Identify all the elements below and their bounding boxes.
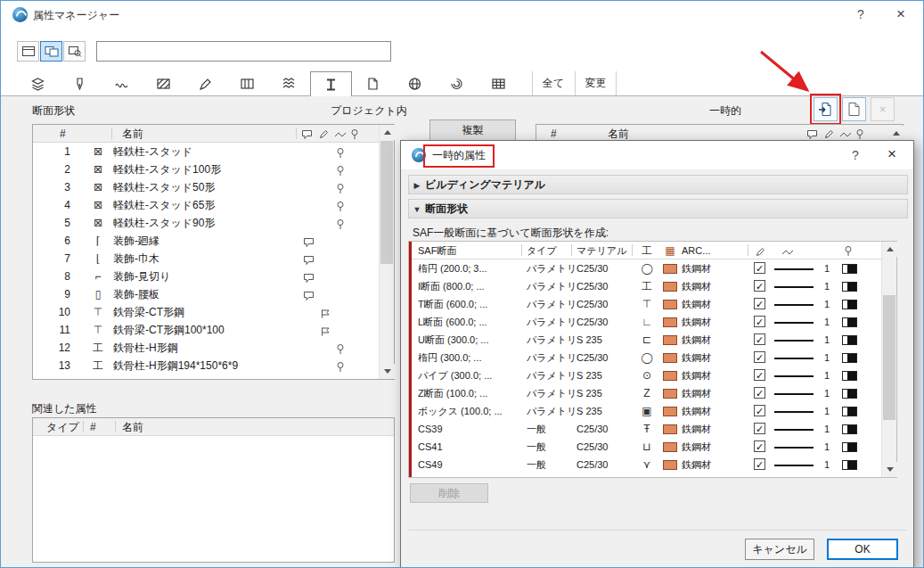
- checkbox[interactable]: [754, 333, 765, 345]
- scroll-thumb[interactable]: [380, 141, 393, 264]
- archicad-material: 鉄鋼材: [682, 295, 744, 313]
- new-file-button[interactable]: [842, 97, 866, 121]
- saf-section-row[interactable]: ボックス (100.0; ...パラメトリックS 235▣鉄鋼材1: [409, 402, 896, 420]
- saf-section-row[interactable]: I断面 (800.0; ...パラメトリックC25/30工鉄鋼材1: [409, 277, 896, 295]
- saf-section-row[interactable]: CS39一般C25/30Ŧ鉄鋼材1: [409, 420, 896, 438]
- left-list-scrollbar[interactable]: [379, 125, 394, 379]
- archicad-logo-icon: [12, 7, 28, 22]
- linetype-preview: [774, 447, 814, 449]
- scroll-up-button[interactable]: [380, 125, 395, 140]
- scroll-down-button[interactable]: [882, 462, 897, 477]
- tab-pencil[interactable]: [184, 71, 226, 95]
- tab-surfaces[interactable]: [394, 71, 436, 95]
- scroll-down-button[interactable]: [380, 364, 395, 379]
- tab-line-types[interactable]: [101, 71, 143, 95]
- scroll-up-button[interactable]: [882, 242, 897, 257]
- profile-row[interactable]: 4⊠軽鉄柱-スタッド65形: [33, 196, 394, 214]
- tab-building-materials[interactable]: [478, 71, 519, 95]
- help-button[interactable]: ?: [857, 7, 864, 21]
- profile-row[interactable]: 7⌊装飾-巾木: [33, 250, 394, 268]
- archicad-material: 鉄鋼材: [682, 259, 744, 277]
- saf-type: パラメトリック: [527, 331, 576, 349]
- checkbox[interactable]: [754, 405, 765, 416]
- profile-row[interactable]: 3⊠軽鉄柱-スタッド50形: [33, 178, 394, 196]
- dialog-close-button[interactable]: ×: [887, 145, 896, 163]
- saf-section-row[interactable]: L断面 (600.0; ...パラメトリックC25/30∟鉄鋼材1: [409, 313, 896, 331]
- tab-hatch-lines[interactable]: [268, 71, 310, 95]
- left-panel-title: 断面形状: [32, 103, 75, 119]
- view-mode-search-button[interactable]: [63, 41, 86, 62]
- profile-ibeam-icon: [323, 78, 339, 92]
- profile-row[interactable]: 2⊠軽鉄柱-スタッド100形: [33, 161, 394, 178]
- tab-fill-types[interactable]: [143, 71, 184, 95]
- building-material-swatch: [663, 389, 677, 399]
- saf-section-row[interactable]: 楕円 (200.0; 3...パラメトリックC25/30◯鉄鋼材1: [409, 259, 896, 277]
- profile-name: 鉄骨梁-CT形鋼100*100: [113, 321, 225, 339]
- tab-profiles[interactable]: [310, 71, 352, 96]
- delete-label: 削除: [438, 486, 460, 501]
- archicad-material: 鉄鋼材: [682, 277, 744, 295]
- delete-attribute-button[interactable]: ×: [871, 97, 895, 121]
- profile-row[interactable]: 13工鉄骨柱-H形鋼194*150*6*9: [33, 357, 394, 375]
- ok-button[interactable]: OK: [827, 539, 898, 560]
- profile-row[interactable]: 12工鉄骨柱-H形鋼: [33, 339, 394, 357]
- saf-section-row[interactable]: T断面 (600.0; ...パラメトリックC25/30⊤鉄鋼材1: [409, 295, 896, 313]
- table-left-red-edge: [409, 242, 412, 477]
- search-input[interactable]: [96, 41, 391, 62]
- saf-table-scrollbar[interactable]: [881, 242, 896, 477]
- checkbox[interactable]: [754, 351, 765, 363]
- checkbox[interactable]: [754, 369, 765, 381]
- profile-row[interactable]: 9▯装飾-腰板: [33, 285, 394, 303]
- delete-button[interactable]: 削除: [410, 483, 488, 503]
- section-label: 断面形状: [425, 202, 468, 215]
- import-temporary-attributes-button[interactable]: [814, 97, 838, 121]
- checkbox[interactable]: [754, 298, 765, 309]
- checkbox[interactable]: [754, 262, 765, 274]
- profile-type-icon: ⊠: [90, 178, 106, 196]
- profile-row[interactable]: 8⌐装飾-見切り: [33, 268, 394, 285]
- tab-pens[interactable]: [59, 71, 101, 95]
- row-number: 7: [40, 250, 70, 268]
- swirl-icon: [449, 77, 464, 91]
- archicad-material: 鉄鋼材: [682, 366, 744, 384]
- tab-composites[interactable]: [226, 71, 268, 95]
- profile-row[interactable]: 5⊠軽鉄柱-スタッド90形: [33, 214, 394, 232]
- checkbox[interactable]: [754, 387, 765, 399]
- cancel-button[interactable]: キャンセル: [745, 539, 814, 560]
- saf-section-row[interactable]: Z断面 (100.0; ...パラメトリックS 235Z鉄鋼材1: [409, 384, 896, 402]
- pen-number: 1: [819, 349, 835, 366]
- dialog-help-button[interactable]: ?: [852, 148, 859, 162]
- profiles-section-header[interactable]: ▼断面形状: [408, 199, 908, 218]
- tab-layers[interactable]: [17, 71, 59, 95]
- checkbox[interactable]: [754, 423, 765, 434]
- separator: [521, 244, 522, 256]
- building-materials-section-header[interactable]: ▶ビルディングマテリアル: [408, 175, 908, 194]
- scroll-up-button[interactable]: [888, 126, 904, 141]
- scroll-thumb[interactable]: [883, 295, 895, 420]
- view-mode-double-button[interactable]: [40, 41, 62, 62]
- row-number: 3: [40, 178, 70, 196]
- tab-change[interactable]: 変更: [575, 71, 617, 95]
- checkbox[interactable]: [754, 458, 765, 470]
- tab-operation-profiles[interactable]: [436, 71, 478, 95]
- profile-name: 軽鉄柱-スタッド65形: [113, 196, 215, 214]
- profile-row[interactable]: 1⊠軽鉄柱-スタッド: [33, 143, 394, 161]
- saf-section-row[interactable]: U断面 (300.0; ...パラメトリックS 235⊏鉄鋼材1: [409, 331, 896, 349]
- section-shape-icon: Ŧ: [635, 420, 658, 438]
- saf-section-row[interactable]: 楕円 (300.0; ...パラメトリックC25/30◯鉄鋼材1: [409, 349, 896, 366]
- profile-row[interactable]: 11⊤鉄骨梁-CT形鋼100*100: [33, 321, 394, 339]
- profile-row[interactable]: 6⌈装飾-廻縁: [33, 232, 394, 250]
- saf-section-row[interactable]: CS41一般C25/30⊔鉄鋼材1: [409, 438, 896, 456]
- building-material-swatch: [663, 335, 677, 345]
- saf-section-row[interactable]: CS49一般C25/30⋎鉄鋼材1: [409, 456, 896, 473]
- saf-section-row[interactable]: パイプ (300.0; ...パラメトリックS 235⊙鉄鋼材1: [409, 366, 896, 384]
- profile-row[interactable]: 10⊤鉄骨梁-CT形鋼: [33, 303, 394, 321]
- checkbox[interactable]: [754, 316, 765, 327]
- tab-sheet[interactable]: [352, 71, 394, 95]
- checkbox[interactable]: [754, 440, 765, 452]
- view-mode-single-button[interactable]: [17, 41, 39, 62]
- close-button[interactable]: ×: [896, 5, 905, 23]
- tab-all[interactable]: 全て: [532, 71, 574, 95]
- checkbox[interactable]: [754, 280, 765, 292]
- file-icon: [847, 102, 861, 117]
